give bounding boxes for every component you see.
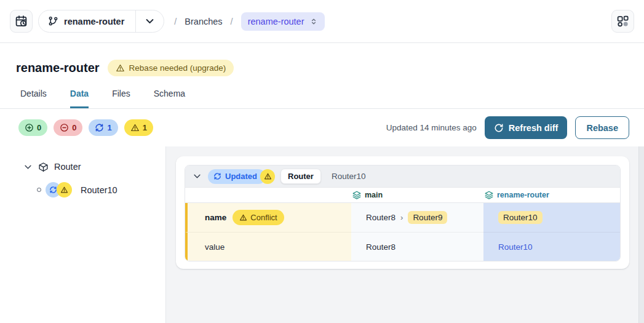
breadcrumb-branch-label: rename-router <box>248 17 304 26</box>
tab-details[interactable]: Details <box>20 89 47 108</box>
conflict-status-icon <box>57 182 72 197</box>
warning-icon <box>116 63 125 73</box>
history-button[interactable] <box>10 10 33 33</box>
conflict-badge: Conflict <box>233 210 284 225</box>
page-header: rename-router Rebase needed (upgrade) De… <box>0 43 644 109</box>
cube-icon <box>38 162 49 172</box>
minus-circle-icon <box>60 123 69 132</box>
updated-status-label: Updated <box>225 172 257 181</box>
objects-view-button[interactable] <box>611 10 634 33</box>
conflicts-count: 1 <box>143 123 147 132</box>
branch-selector-caret[interactable] <box>135 10 164 32</box>
branch-value-highlight: Router10 <box>498 211 543 224</box>
refresh-icon <box>213 172 221 180</box>
breadcrumb-separator: / <box>174 17 177 26</box>
tab-files[interactable]: Files <box>112 89 130 108</box>
added-count-badge: 0 <box>18 119 47 136</box>
base-old-value: Router8 <box>366 213 396 222</box>
branch-selector: rename-router <box>38 10 164 33</box>
objects-icon <box>616 15 629 28</box>
added-count: 0 <box>37 123 41 132</box>
field-cell: name Conflict <box>185 203 351 232</box>
layers-icon <box>485 191 493 199</box>
tree-bullet-icon <box>37 188 41 192</box>
breadcrumb-branch-dropdown[interactable]: rename-router <box>241 12 325 31</box>
conflict-warning-icon <box>260 169 275 184</box>
object-type-badge: Router <box>280 169 321 184</box>
base-value-cell: Router8 › Router9 <box>351 203 483 232</box>
refresh-diff-label: Refresh diff <box>509 123 559 133</box>
diff-panel: Updated Router Router10 <box>185 165 621 261</box>
removed-count: 0 <box>72 123 76 132</box>
diff-row-value: value Router8 Router10 <box>185 232 620 261</box>
field-cell: value <box>185 232 351 261</box>
breadcrumb-separator: / <box>231 17 233 26</box>
field-name: name <box>205 213 226 222</box>
conflicts-count-badge: 1 <box>124 119 153 136</box>
rebase-needed-label: Rebase needed (upgrade) <box>129 63 226 73</box>
diff-tree-sidebar: Router Router10 <box>0 146 166 323</box>
column-header-main: main <box>351 191 483 199</box>
chevron-down-icon[interactable] <box>193 172 202 181</box>
last-updated-text: Updated 14 minutes ago <box>386 123 477 132</box>
breadcrumb-branches-link[interactable]: Branches <box>185 17 222 26</box>
chevron-down-icon <box>145 16 155 26</box>
branch-selector-current[interactable]: rename-router <box>39 10 135 32</box>
diff-panel-header[interactable]: Updated Router Router10 <box>185 165 620 188</box>
diff-card: Updated Router Router10 <box>176 156 629 269</box>
plus-circle-icon <box>25 123 34 132</box>
refresh-icon <box>95 123 104 132</box>
refresh-icon <box>494 123 504 133</box>
diff-row-name: name Conflict Router8 › <box>185 203 620 232</box>
branch-value-cell: Router10 <box>483 203 620 232</box>
diff-summary-bar: 0 0 1 1 <box>0 109 644 146</box>
object-name: Router10 <box>332 172 366 181</box>
topbar: rename-router / Branches / rename-router <box>0 0 644 43</box>
warning-icon <box>239 213 247 221</box>
tree-node-router[interactable]: Router <box>0 159 165 175</box>
column-header-label: rename-router <box>497 191 549 199</box>
tree-node-label: Router <box>54 162 81 172</box>
change-arrow: › <box>400 213 403 222</box>
field-name: value <box>205 242 225 252</box>
rebase-needed-badge: Rebase needed (upgrade) <box>108 60 234 76</box>
base-value-cell: Router8 <box>351 232 483 261</box>
git-branch-icon <box>48 16 58 26</box>
diff-main: Updated Router Router10 <box>166 146 644 323</box>
scrollbar-track[interactable] <box>638 146 644 323</box>
content-area: Router Router10 <box>0 146 644 323</box>
column-header-rename-router: rename-router <box>483 191 620 199</box>
branch-selector-label: rename-router <box>64 17 124 26</box>
chevron-down-icon[interactable] <box>23 162 33 172</box>
updated-count-badge: 1 <box>89 119 117 136</box>
tab-data[interactable]: Data <box>70 89 89 108</box>
updated-status-badge: Updated <box>208 169 266 184</box>
topbar-left-group: rename-router / Branches / rename-router <box>10 10 325 33</box>
calendar-clock-icon <box>15 15 28 28</box>
unfold-icon <box>309 17 318 26</box>
diff-count-badges: 0 0 1 1 <box>18 119 153 136</box>
refresh-diff-button[interactable]: Refresh diff <box>485 116 568 139</box>
breadcrumb: / Branches / rename-router <box>174 12 324 31</box>
tree-node-label: Router10 <box>81 185 117 195</box>
updated-count: 1 <box>107 123 111 132</box>
branch-value: Router10 <box>498 242 533 252</box>
tab-schema[interactable]: Schema <box>154 89 185 108</box>
conflict-badge-label: Conflict <box>250 213 277 222</box>
diff-table-header: main rename-router <box>185 188 620 203</box>
rebase-button[interactable]: Rebase <box>575 116 629 139</box>
tree-node-router10[interactable]: Router10 <box>0 182 165 197</box>
layers-icon <box>352 191 361 199</box>
branch-value-cell: Router10 <box>483 232 620 261</box>
tab-bar: Details Data Files Schema <box>20 89 628 108</box>
warning-icon <box>130 123 140 132</box>
removed-count-badge: 0 <box>54 119 82 136</box>
column-header-label: main <box>365 191 383 199</box>
page-title: rename-router <box>16 61 100 75</box>
base-value: Router8 <box>366 242 396 252</box>
base-new-value-highlight: Router9 <box>408 211 447 224</box>
tree-node-status-icons <box>46 182 72 197</box>
